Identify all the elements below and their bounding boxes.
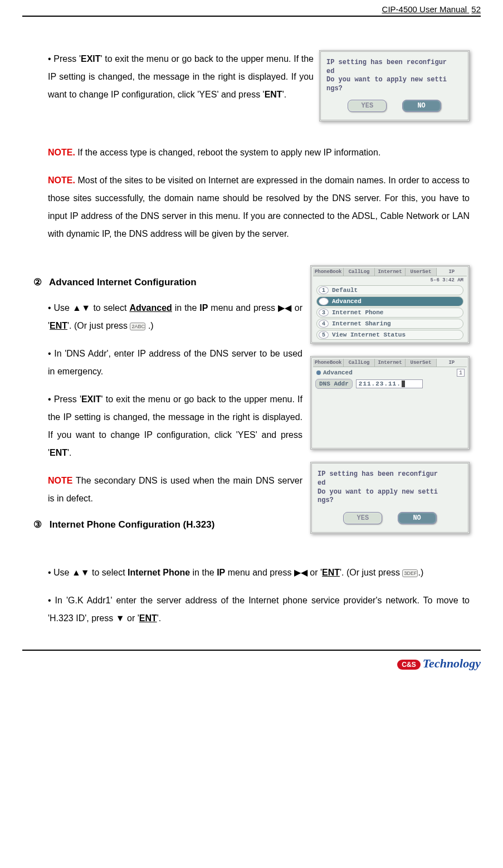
menu-item-internet-sharing[interactable]: 4Internet Sharing (316, 319, 463, 329)
dns-addr-screenshot: PhoneBook CallLog Internet UserSet IP Ad… (310, 356, 470, 450)
gk-addr-bullet: • In 'G.K Addr1' enter the server addres… (48, 592, 470, 627)
dialog-yes-button[interactable]: YES (343, 512, 382, 524)
tab-phonebook[interactable]: PhoneBook (313, 268, 344, 276)
dialog-line: Do you want to apply new setti (326, 76, 447, 84)
header-title: CIP-4500 User Manual (382, 4, 467, 14)
dialog-no-button[interactable]: NO (402, 100, 441, 112)
header-page-number: 52 (471, 4, 481, 14)
iphone-select-bullet: • Use ▲▼ to select Internet Phone in the… (48, 564, 470, 582)
bullet-icon (316, 370, 321, 375)
reconfig-dialog-screenshot-2: IP setting has been reconfigur ed Do you… (310, 462, 470, 533)
tab-internet[interactable]: Internet (375, 268, 406, 276)
note-secondary-dns: NOTE The secondary DNS is used when the … (48, 472, 302, 508)
header: CIP-4500 User Manual 52 (382, 4, 481, 14)
tab-userset[interactable]: UserSet (406, 268, 436, 276)
note-dns: NOTE. Most of the sites to be visited on… (48, 172, 470, 243)
company-logo: C&STechnology (397, 656, 481, 671)
dialog-line: Do you want to apply new setti (318, 488, 438, 496)
dialog-yes-button[interactable]: YES (348, 100, 387, 112)
logo-badge: C&S (397, 660, 420, 670)
keypad-2-icon: 2ABC (130, 323, 145, 330)
tab-phonebook[interactable]: PhoneBook (313, 359, 344, 367)
advanced-exit-bullet: • Press 'EXIT' to exit the menu or go ba… (48, 391, 302, 462)
menu-item-internet-phone[interactable]: 3Internet Phone (316, 308, 463, 318)
dialog-line: ngs? (326, 85, 343, 92)
keypad-3-icon: 3DEF (402, 569, 418, 577)
tab-ip[interactable]: IP (437, 268, 467, 276)
advanced-select-bullet: • Use ▲▼ to select Advanced in the IP me… (48, 299, 302, 335)
tab-calllog[interactable]: CallLog (344, 359, 374, 367)
tab-internet[interactable]: Internet (375, 359, 406, 367)
reconfig-dialog-screenshot: IP setting has been reconfigur ed Do you… (319, 50, 470, 121)
tab-calllog[interactable]: CallLog (344, 268, 374, 276)
dns-addr-bullet: • In 'DNS Addr', enter IP address of the… (48, 345, 302, 381)
heading-advanced: ② Advanced Internet Configuration (33, 276, 302, 288)
menu-item-view-status[interactable]: 5View Internet Status (316, 330, 463, 340)
dialog-line: ngs? (318, 496, 334, 504)
dialog-no-button[interactable]: NO (398, 512, 437, 524)
tab-ip[interactable]: IP (437, 359, 467, 367)
heading-internet-phone: ③ Internet Phone Configuration (H.323) (33, 519, 302, 530)
logo-text: Technology (423, 656, 481, 670)
dialog-line: IP setting has been reconfigur (326, 58, 447, 66)
dialog-line: ed (318, 479, 325, 487)
ip-menu-screenshot: PhoneBook CallLog Internet UserSet IP 5-… (310, 265, 470, 344)
page-indicator: 1 (457, 369, 465, 377)
menu-item-default[interactable]: 1Default (316, 285, 463, 295)
sub-heading-advanced: Advanced (323, 369, 353, 376)
dns-addr-input[interactable]: 211.23.11.0 (356, 379, 423, 388)
dns-addr-label: DNS Addr (315, 379, 353, 389)
tab-userset[interactable]: UserSet (406, 359, 436, 367)
dialog-line: ed (326, 67, 334, 75)
note-access-type: NOTE. If the access type is changed, reb… (48, 144, 470, 162)
status-bar: 5-6 3:42 AM (313, 276, 467, 284)
exit-bullet: • Press 'EXIT' to exit the menu or go ba… (48, 50, 314, 104)
menu-item-advanced[interactable]: 2Advanced (316, 296, 463, 306)
dialog-line: IP setting has been reconfigur (318, 470, 438, 478)
